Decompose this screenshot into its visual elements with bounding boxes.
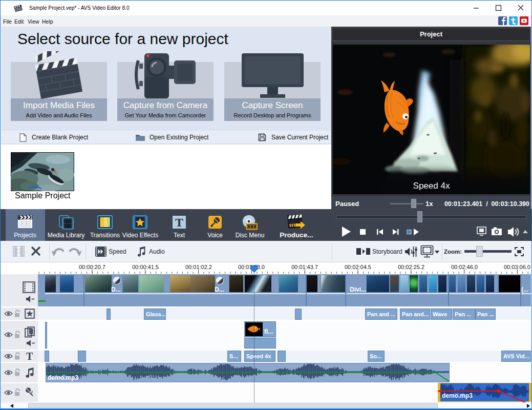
svg-text:T: T xyxy=(175,216,183,229)
